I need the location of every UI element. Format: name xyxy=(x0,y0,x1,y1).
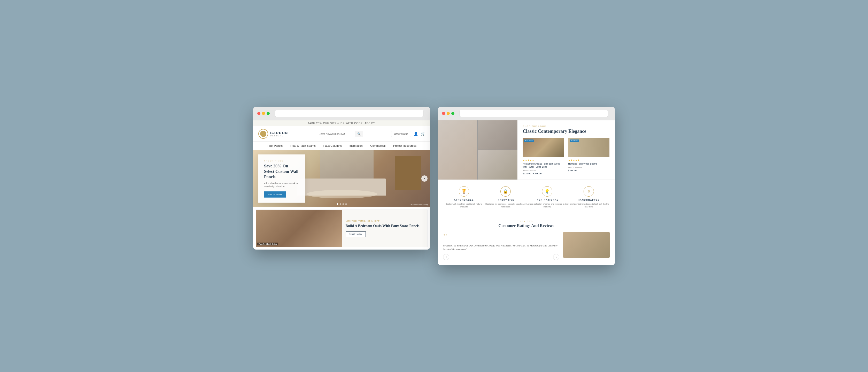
review-image xyxy=(563,232,610,258)
features-row: 🏆 AFFORDABLE Costs much less than tradit… xyxy=(438,180,615,215)
announcement-text: TAKE 20% OFF SITEWIDE WITH CODE: ABC123 xyxy=(308,122,376,125)
product-name-1: Reclaimed Shiplap Faux Barn Wood Wall Pa… xyxy=(523,162,564,168)
look-tag: SHOP THE LOOK xyxy=(523,125,610,127)
dot-yellow-2[interactable] xyxy=(447,112,450,115)
main-navigation: Faux Panels Real & Faux Beams Faux Colum… xyxy=(253,142,430,150)
header-actions: Order status 👤 🛒 xyxy=(391,131,425,137)
logo-text: BARRON DESIGNS xyxy=(270,131,288,137)
product-price-1: $221.00 - $248.00 xyxy=(523,172,564,175)
product-stars-1: ★★★★★ xyxy=(523,159,564,162)
website-1: TAKE 20% OFF SITEWIDE WITH CODE: ABC123 … xyxy=(253,120,430,250)
reviews-tag: REVIEWS xyxy=(443,220,610,222)
feature-innovative: 🔒 INNOVATIVE Designed for seamless integ… xyxy=(485,186,526,208)
browser-dots-1 xyxy=(257,112,270,115)
nav-inspiration[interactable]: Inspiration xyxy=(349,144,363,147)
reviews-title: Customer Ratings And Reviews xyxy=(443,223,610,228)
reviews-navigation: ‹ › xyxy=(443,254,559,260)
nav-commercial[interactable]: Commercial xyxy=(370,144,386,147)
browser-url-bar-2[interactable] xyxy=(460,110,608,117)
hero-shop-now-button[interactable]: SHOP NOW xyxy=(264,191,286,197)
promo-image-label: Faux Novi Brick Siding xyxy=(257,243,278,245)
product-item-2: Item #: 84DBM xyxy=(568,166,610,169)
slider-dot-3[interactable] xyxy=(342,203,344,205)
hero-tag: FRESH FINDS xyxy=(264,160,299,162)
dot-green-2[interactable] xyxy=(451,112,455,115)
slider-dot-4[interactable] xyxy=(345,203,347,205)
promo-shop-now-button[interactable]: SHOP NOW xyxy=(346,231,366,237)
site-header: BARRON DESIGNS 🔍 Order status 👤 🛒 xyxy=(253,126,430,142)
order-status-button[interactable]: Order status xyxy=(391,131,411,137)
quote-mark: " xyxy=(443,232,559,242)
announcement-bar: TAKE 20% OFF SITEWIDE WITH CODE: ABC123 xyxy=(253,120,430,126)
browser-window-2: SHOP THE LOOK Classic Contemporary Elega… xyxy=(438,107,615,265)
reviews-content: " Ordered The Beams For Our Dream Home T… xyxy=(443,232,610,260)
affordable-icon: 🏆 xyxy=(459,186,469,196)
slider-dots xyxy=(337,203,347,205)
dot-yellow[interactable] xyxy=(262,112,265,115)
look-image-1 xyxy=(438,120,477,179)
look-title: Classic Contemporary Elegance xyxy=(523,129,610,134)
dot-red-2[interactable] xyxy=(442,112,445,115)
logo-globe-icon xyxy=(260,131,266,137)
search-button[interactable]: 🔍 xyxy=(355,131,363,137)
logo-brand: BARRON xyxy=(270,131,288,135)
dot-green[interactable] xyxy=(267,112,270,115)
hero-title: Save 20% On Select Custom Wall Panels xyxy=(264,163,299,180)
browser-chrome-1 xyxy=(253,107,430,120)
header-search: 🔍 xyxy=(316,131,363,137)
dot-red[interactable] xyxy=(257,112,260,115)
best-seller-badge-1: Best Seller xyxy=(524,140,534,142)
shelf-decor xyxy=(395,156,421,190)
feature-handcrafted: $ HANDCRAFTED Hand-painted by artisans t… xyxy=(568,186,610,208)
hero-card: FRESH FINDS Save 20% On Select Custom Wa… xyxy=(258,154,305,203)
browser-window-1: TAKE 20% OFF SITEWIDE WITH CODE: ABC123 … xyxy=(253,107,430,250)
promo-images: Faux Novi Brick Siding xyxy=(256,210,342,247)
look-image-2 xyxy=(478,120,518,150)
product-card-2: Best Seller ★★★★★ Heritage Faux Wood Bea… xyxy=(568,138,610,175)
product-card-1: Best Seller ★★★★★ Reclaimed Shiplap Faux… xyxy=(523,138,564,175)
nav-project-resources[interactable]: Project Resources xyxy=(393,144,416,147)
browser-url-bar-1[interactable] xyxy=(275,110,424,117)
look-products: SHOP THE LOOK Classic Contemporary Elega… xyxy=(518,120,615,179)
products-grid: Best Seller ★★★★★ Reclaimed Shiplap Faux… xyxy=(523,138,610,175)
nav-real-faux-beams[interactable]: Real & Faux Beams xyxy=(290,144,316,147)
product-item-1: Item #: BR5PN xyxy=(523,169,564,172)
shop-the-look-section: SHOP THE LOOK Classic Contemporary Elega… xyxy=(438,120,615,179)
product-price-2: $255.00 xyxy=(568,169,610,172)
affordable-desc: Costs much less than traditional, natura… xyxy=(443,203,485,208)
slider-next-button[interactable]: › xyxy=(421,176,428,182)
cart-icon[interactable]: 🛒 xyxy=(421,132,425,136)
handcrafted-desc: Hand-painted by artisans to look just li… xyxy=(568,203,610,208)
promo-content: LIMITED TIME: 25% OFF Build A Bedroom Oa… xyxy=(342,210,428,247)
promo-tag: LIMITED TIME: 25% OFF xyxy=(346,220,424,222)
product-image-2[interactable]: Best Seller xyxy=(568,138,610,157)
feature-affordable: 🏆 AFFORDABLE Costs much less than tradit… xyxy=(443,186,485,208)
promo-image-bg xyxy=(256,210,342,247)
hero-slide: FRESH FINDS Save 20% On Select Custom Wa… xyxy=(253,150,430,207)
account-icon[interactable]: 👤 xyxy=(413,132,418,136)
product-image-1[interactable]: Best Seller xyxy=(523,138,564,157)
look-image-3 xyxy=(478,150,518,180)
promo-banner: Faux Novi Brick Siding LIMITED TIME: 25%… xyxy=(256,210,428,247)
handcrafted-title: HANDCRAFTED xyxy=(568,199,610,201)
best-seller-badge-2: Best Seller xyxy=(570,140,579,142)
slider-dot-1[interactable] xyxy=(337,203,338,205)
reviews-prev-button[interactable]: ‹ xyxy=(443,254,449,260)
product-stars-2: ★★★★★ xyxy=(568,159,610,162)
reviews-next-button[interactable]: › xyxy=(553,254,559,260)
browser-dots-2 xyxy=(442,112,455,115)
hero-slider: FRESH FINDS Save 20% On Select Custom Wa… xyxy=(253,150,430,207)
slider-dot-2[interactable] xyxy=(339,203,341,205)
search-input[interactable] xyxy=(316,131,355,137)
innovative-icon: 🔒 xyxy=(500,186,511,196)
innovative-desc: Designed for seamless integration and ea… xyxy=(485,203,526,208)
reviews-section: REVIEWS Customer Ratings And Reviews " O… xyxy=(438,215,615,265)
nav-faux-columns[interactable]: Faux Columns xyxy=(323,144,342,147)
browser-chrome-2 xyxy=(438,107,615,120)
nav-faux-panels[interactable]: Faux Panels xyxy=(267,144,283,147)
rug-decor xyxy=(306,190,377,198)
promo-title: Build A Bedroom Oasis With Faux Stone Pa… xyxy=(346,224,424,228)
inspirational-desc: Largest selection of styles and textures… xyxy=(526,203,568,208)
product-name-2: Heritage Faux Wood Beams xyxy=(568,162,610,165)
hero-description: Affordable home accents work in any desi… xyxy=(264,182,299,188)
